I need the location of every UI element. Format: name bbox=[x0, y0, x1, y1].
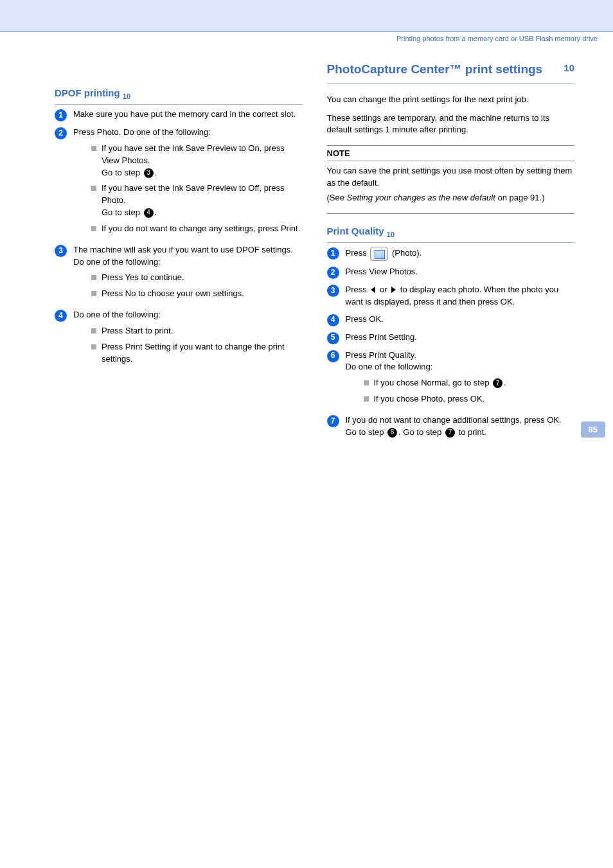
note-body-a: You can save the print settings you use … bbox=[327, 165, 575, 190]
photo-button-icon[interactable] bbox=[370, 247, 388, 261]
step-4-text: Do one of the following: Press Start to … bbox=[73, 309, 303, 369]
inline-ref-4[interactable]: 4 bbox=[144, 208, 154, 218]
step2-b2a: If you have set the Ink Save Preview to … bbox=[102, 183, 284, 205]
left-arrow-icon bbox=[371, 287, 375, 293]
pq-step-number-3: 3 bbox=[327, 285, 339, 297]
pq-step-number-6: 6 bbox=[327, 350, 339, 362]
heading-dpof-sub: 10 bbox=[123, 93, 130, 100]
step3-bullet1: Press Yes to continue. bbox=[91, 272, 303, 284]
pq-step-number-7: 7 bbox=[327, 415, 339, 427]
pq-step-number-4: 4 bbox=[327, 314, 339, 326]
pq-s6: Press Print Quality. Do one of the follo… bbox=[346, 350, 575, 409]
pq-step-4: 4 Press OK. bbox=[327, 314, 575, 326]
intro-para-2: These settings are temporary, and the ma… bbox=[327, 112, 575, 137]
step4-bullet1: Press Start to print. bbox=[91, 325, 303, 337]
step-1-text: Make sure you have put the memory card i… bbox=[73, 109, 303, 121]
step-2: 2 Press Photo. Do one of the following: … bbox=[55, 127, 303, 239]
pq-step-1: 1 Press (Photo). bbox=[327, 247, 575, 261]
pq-step-number-1: 1 bbox=[327, 247, 339, 260]
step2-b3: If you do not want to change any setting… bbox=[102, 223, 300, 235]
step4-b1: Press Start to print. bbox=[102, 325, 173, 337]
square-bullet-icon bbox=[91, 275, 96, 280]
square-bullet-icon bbox=[91, 344, 96, 350]
inline-ref-3[interactable]: 3 bbox=[144, 168, 154, 178]
step2-b1b: Go to step bbox=[102, 168, 143, 177]
pq-s6do: Do one of the following: bbox=[346, 362, 433, 371]
step-number-1: 1 bbox=[55, 109, 67, 121]
heading-dpof: DPOF printing 10 bbox=[55, 87, 303, 105]
pq-step-6: 6 Press Print Quality. Do one of the fol… bbox=[327, 350, 575, 409]
heading-pq-sub: 10 bbox=[387, 231, 395, 238]
pq-s1b: (Photo). bbox=[392, 248, 422, 258]
square-bullet-icon bbox=[91, 226, 96, 231]
step2-b1a: If you have set the Ink Save Preview to … bbox=[102, 143, 285, 165]
pq6-bullet1: If you chose Normal, go to step 7. bbox=[364, 377, 575, 389]
pq-step-number-2: 2 bbox=[327, 267, 339, 279]
pq-step1-text: Press (Photo). bbox=[346, 247, 575, 261]
square-bullet-icon bbox=[91, 186, 96, 191]
step3-b2: Press No to choose your own settings. bbox=[102, 288, 244, 300]
pq6-bullet2: If you chose Photo, press OK. bbox=[364, 393, 575, 405]
step-number-3: 3 bbox=[55, 245, 67, 257]
note-body-b[interactable]: (See (See Setting your changes as the ne… bbox=[327, 192, 575, 204]
page-body: DPOF printing 10 1 Make sure you have pu… bbox=[0, 42, 613, 476]
pq-step-number-5: 5 bbox=[327, 332, 339, 344]
pq-s3a: Press bbox=[346, 285, 369, 294]
pq-s1a: Press bbox=[346, 248, 369, 258]
pq-s7b: to print. bbox=[459, 427, 486, 437]
pq-s3b: or bbox=[380, 285, 389, 294]
pq-step-5: 5 Press Print Setting. bbox=[327, 332, 575, 344]
pq-s5: Press Print Setting. bbox=[346, 332, 575, 344]
pq-s7: If you do not want to change additional … bbox=[346, 414, 575, 439]
step-number-4: 4 bbox=[55, 310, 67, 322]
step-1: 1 Make sure you have put the memory card… bbox=[55, 109, 303, 121]
heading-sub-right: 10 bbox=[564, 62, 574, 73]
step2-bullet3: If you do not want to change any setting… bbox=[91, 223, 303, 235]
heading-pq-text: Print Quality bbox=[327, 226, 384, 236]
pq-step-2: 2 Press View Photos. bbox=[327, 266, 575, 279]
step3-lead: The machine will ask you if you want to … bbox=[73, 245, 293, 254]
step3-do: Do one of the following: bbox=[73, 257, 161, 267]
step-2-text: Press Photo. Do one of the following: If… bbox=[73, 127, 303, 239]
step-3-text: The machine will ask you if you want to … bbox=[73, 244, 303, 304]
pq-s4: Press OK. bbox=[346, 314, 575, 326]
square-bullet-icon bbox=[91, 328, 96, 333]
pq6-b2: If you chose Photo, press OK. bbox=[374, 393, 485, 405]
step-number-2: 2 bbox=[55, 127, 67, 139]
step-4: 4 Do one of the following: Press Start t… bbox=[55, 309, 303, 369]
step2-bullet2: If you have set the Ink Save Preview to … bbox=[91, 182, 303, 219]
right-column: PhotoCapture Center™ print settings 10 Y… bbox=[327, 62, 575, 444]
pq-s2: Press View Photos. bbox=[346, 266, 575, 278]
pq-s6a: Press Print Quality. bbox=[346, 350, 416, 360]
note-title-right: NOTE bbox=[327, 145, 575, 161]
square-bullet-icon bbox=[364, 380, 369, 385]
heading-photocapture: PhotoCapture Center™ print settings bbox=[327, 62, 543, 77]
heading-dpof-text: DPOF printing bbox=[55, 87, 120, 98]
pq-step-7: 7 If you do not want to change additiona… bbox=[327, 414, 575, 439]
step2-b2b: Go to step bbox=[102, 208, 143, 217]
right-arrow-icon bbox=[391, 287, 396, 293]
heading-print-quality: Print Quality 10 bbox=[327, 226, 575, 243]
heading-photocapture-row: PhotoCapture Center™ print settings 10 bbox=[327, 62, 575, 77]
breadcrumb: Printing photos from a memory card or US… bbox=[0, 32, 613, 42]
inline-ref-7a[interactable]: 7 bbox=[493, 378, 502, 388]
left-column: DPOF printing 10 1 Make sure you have pu… bbox=[55, 87, 303, 444]
step3-b1: Press Yes to continue. bbox=[102, 272, 184, 284]
step4-b2: Press Print Setting if you want to chang… bbox=[102, 341, 303, 366]
inline-ref-6[interactable]: 6 bbox=[387, 428, 397, 438]
square-bullet-icon bbox=[91, 291, 96, 296]
step3-bullet2: Press No to choose your own settings. bbox=[91, 288, 303, 300]
step4-bullet2: Press Print Setting if you want to chang… bbox=[91, 341, 303, 366]
pq-s3: Press or to display each photo. When the… bbox=[346, 284, 575, 308]
pq-step-3: 3 Press or to display each photo. When t… bbox=[327, 284, 575, 308]
step-3: 3 The machine will ask you if you want t… bbox=[55, 244, 303, 304]
step-2-lead: Press Photo. Do one of the following: bbox=[73, 127, 211, 137]
top-band bbox=[0, 0, 613, 32]
pq-s3c: to display each photo. When the photo yo… bbox=[346, 285, 559, 306]
intro-para-1: You can change the print settings for th… bbox=[327, 94, 575, 106]
step2-bullet1: If you have set the Ink Save Preview to … bbox=[91, 143, 303, 179]
square-bullet-icon bbox=[364, 396, 369, 402]
page-number: 85 bbox=[581, 421, 605, 438]
inline-ref-7b[interactable]: 7 bbox=[445, 428, 455, 438]
pq6-b1a: If you chose Normal, go to step bbox=[374, 378, 492, 387]
